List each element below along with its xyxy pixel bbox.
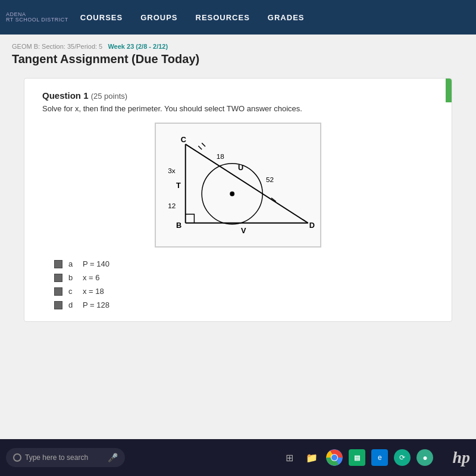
dim-52: 52 (266, 176, 274, 183)
svg-line-3 (198, 146, 202, 149)
nav-groups[interactable]: GROUPS (140, 13, 177, 22)
icon-blue[interactable]: ⟳ (394, 449, 411, 466)
letter-d: d (68, 300, 77, 309)
answer-choice-d[interactable]: d P = 128 (54, 300, 434, 309)
question-number: Question 1 (42, 90, 89, 101)
label-U: U (238, 163, 243, 172)
answer-choices: a P = 140 b x = 6 c x = 18 d P = 128 (42, 259, 434, 309)
svg-line-4 (202, 143, 205, 146)
checkbox-b[interactable] (54, 274, 62, 282)
mic-icon: 🎤 (108, 453, 118, 462)
nav-grades[interactable]: GRADES (268, 13, 305, 22)
answer-choice-a[interactable]: a P = 140 (54, 259, 434, 268)
checkbox-c[interactable] (54, 287, 62, 296)
answer-choice-c[interactable]: c x = 18 (54, 287, 434, 296)
text-a: P = 140 (83, 259, 109, 268)
diagram-svg: C U T B V D 18 52 3x 12 (156, 124, 320, 246)
question-points: (25 points) (91, 92, 127, 101)
taskview-icon[interactable]: ⊞ (281, 449, 298, 466)
icon-green[interactable]: ● (416, 449, 433, 466)
edge-icon[interactable]: e (371, 449, 388, 466)
label-C: C (181, 135, 186, 144)
letter-b: b (68, 273, 77, 282)
breadcrumb-week: Week 23 (2/8 - 2/12) (108, 43, 168, 50)
checkbox-a[interactable] (54, 260, 62, 268)
geometry-diagram: C U T B V D 18 52 3x 12 (155, 123, 321, 248)
label-T: T (176, 181, 181, 190)
letter-c: c (68, 287, 77, 296)
label-V: V (241, 226, 246, 235)
label-D: D (309, 221, 315, 230)
dim-3x: 3x (168, 167, 176, 174)
content-area: GEOM B: Section: 35/Period: 5 Week 23 (2… (0, 35, 476, 439)
question-header: Question 1 (25 points) (42, 90, 434, 101)
svg-point-10 (331, 455, 337, 461)
nav-resources[interactable]: RESOURCES (196, 13, 250, 22)
taskbar-icons: ⊞ 📁 ▤ e ⟳ ● (281, 449, 433, 466)
question-block: Question 1 (25 points) Solve for x, then… (24, 78, 452, 322)
letter-a: a (68, 259, 77, 268)
search-bar[interactable]: Type here to search 🎤 (6, 448, 125, 467)
text-b: x = 6 (83, 273, 100, 282)
hp-logo: hp (452, 448, 470, 467)
breadcrumb-course: GEOM B: Section: 35/Period: 5 (12, 43, 102, 50)
page-title: Tangent Assignment (Due Today) (12, 52, 464, 66)
search-placeholder: Type here to search (25, 453, 88, 462)
progress-indicator (446, 79, 452, 102)
breadcrumb: GEOM B: Section: 35/Period: 5 Week 23 (2… (12, 43, 464, 50)
brand-subtitle: RT SCHOOL DISTRICT (6, 17, 68, 23)
chrome-icon[interactable] (326, 449, 343, 466)
folder-icon[interactable]: 📁 (303, 449, 320, 466)
question-instruction: Solve for x, then find the perimeter. Yo… (42, 104, 434, 113)
nav-links: COURSES GROUPS RESOURCES GRADES (80, 13, 305, 22)
text-c: x = 18 (83, 287, 104, 296)
nav-courses[interactable]: COURSES (80, 13, 123, 22)
dim-12: 12 (168, 202, 176, 209)
taskbar: Type here to search 🎤 ⊞ 📁 ▤ e ⟳ ● hp (0, 439, 476, 476)
store-icon[interactable]: ▤ (349, 449, 365, 466)
text-d: P = 128 (83, 300, 109, 309)
search-icon (13, 453, 21, 462)
label-B: B (176, 221, 181, 230)
dim-18: 18 (217, 152, 225, 160)
svg-point-6 (230, 192, 234, 196)
checkbox-d[interactable] (54, 301, 62, 309)
answer-choice-b[interactable]: b x = 6 (54, 273, 434, 282)
brand-logo: ADENA RT SCHOOL DISTRICT (6, 12, 68, 23)
navbar: ADENA RT SCHOOL DISTRICT COURSES GROUPS … (0, 0, 476, 35)
